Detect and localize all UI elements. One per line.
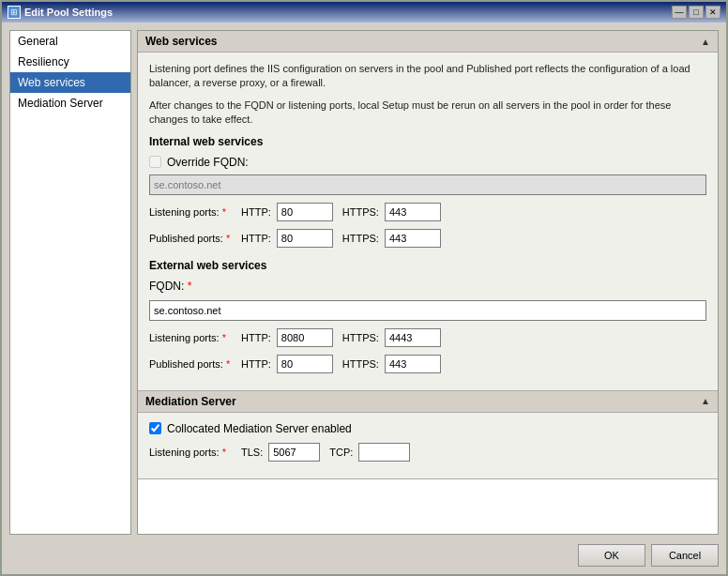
external-listen-http-label: HTTP: [241, 332, 271, 343]
internal-publish-http-input[interactable] [277, 229, 333, 248]
internal-published-label: Published ports: * [149, 233, 234, 244]
mediation-tcp-input[interactable] [358, 443, 410, 462]
external-publish-https-input[interactable] [385, 355, 441, 373]
internal-listening-ports-row: Listening ports: * HTTP: HTTPS: [149, 203, 706, 221]
mediation-server-title: Mediation Server [145, 395, 236, 408]
internal-listen-http-input[interactable] [277, 203, 333, 221]
main-window: ⊞ Edit Pool Settings — □ ✕ General Resil… [0, 0, 728, 576]
title-bar-controls: — □ ✕ [672, 6, 720, 19]
collocated-checkbox[interactable] [149, 422, 161, 434]
title-bar-left: ⊞ Edit Pool Settings [8, 6, 113, 19]
internal-published-ports-row: Published ports: * HTTP: HTTPS: [149, 229, 706, 248]
web-services-desc2: After changes to the FQDN or listening p… [149, 99, 706, 128]
external-fqdn-input[interactable] [149, 300, 706, 321]
internal-fqdn-input[interactable] [149, 174, 706, 195]
cancel-button[interactable]: Cancel [651, 544, 719, 567]
internal-fqdn-wrapper [149, 174, 706, 195]
footer-bar: OK Cancel [9, 540, 719, 567]
internal-listening-label: Listening ports: * [149, 206, 234, 218]
internal-web-services-title: Internal web services [149, 135, 706, 148]
sidebar-item-general[interactable]: General [10, 31, 130, 52]
mediation-tcp-label: TCP: [329, 447, 353, 458]
ok-button[interactable]: OK [578, 544, 645, 567]
sidebar: General Resiliency Web services Mediatio… [9, 30, 131, 535]
external-listening-ports-row: Listening ports: * HTTP: HTTPS: [149, 328, 706, 347]
external-published-label: Published ports: * [149, 358, 234, 370]
collocated-checkbox-row: Collocated Mediation Server enabled [149, 422, 706, 435]
content-panel: Web services ▲ Listening port defines th… [137, 30, 719, 535]
mediation-server-body: Collocated Mediation Server enabled List… [138, 413, 718, 478]
internal-listen-https-input[interactable] [385, 203, 441, 221]
window-title: Edit Pool Settings [24, 7, 113, 18]
web-services-desc1: Listening port defines the IIS configura… [149, 62, 706, 91]
web-services-collapse-icon[interactable]: ▲ [701, 37, 710, 47]
override-fqdn-checkbox[interactable] [149, 156, 161, 168]
external-fqdn-label: FQDN: * [149, 280, 191, 293]
external-listen-http-input[interactable] [277, 328, 333, 347]
minimize-button[interactable]: — [672, 6, 687, 19]
sidebar-item-mediation-server[interactable]: Mediation Server [10, 93, 130, 114]
web-services-title: Web services [145, 35, 218, 48]
external-web-services-title: External web services [149, 259, 706, 272]
close-button[interactable]: ✕ [705, 6, 720, 19]
external-published-ports-group: HTTP: HTTPS: [237, 355, 441, 373]
internal-publish-https-input[interactable] [385, 229, 441, 248]
mediation-server-section: Mediation Server ▲ Collocated Mediation … [138, 391, 718, 479]
mediation-listening-label: Listening ports: * [149, 447, 234, 458]
external-published-ports-row: Published ports: * HTTP: HTTPS: [149, 355, 706, 373]
internal-publish-https-label: HTTPS: [342, 233, 379, 244]
window-body: General Resiliency Web services Mediatio… [2, 23, 726, 574]
internal-publish-http-label: HTTP: [241, 233, 271, 244]
mediation-server-header: Mediation Server ▲ [138, 391, 718, 413]
external-listen-https-input[interactable] [385, 328, 441, 347]
title-bar: ⊞ Edit Pool Settings — □ ✕ [2, 2, 726, 23]
mediation-listening-ports-group: TLS: TCP: [237, 443, 410, 462]
external-publish-http-input[interactable] [277, 355, 333, 373]
override-fqdn-label: Override FQDN: [167, 156, 249, 169]
web-services-body: Listening port defines the IIS configura… [138, 53, 718, 390]
maximize-button[interactable]: □ [689, 6, 704, 19]
mediation-tls-input[interactable] [268, 443, 320, 462]
override-fqdn-row: Override FQDN: [149, 156, 706, 169]
external-publish-https-label: HTTPS: [342, 358, 379, 370]
internal-listen-https-label: HTTPS: [342, 206, 379, 218]
external-fqdn-wrapper [149, 300, 706, 321]
sidebar-item-web-services[interactable]: Web services [10, 72, 130, 93]
internal-listening-ports-group: HTTP: HTTPS: [237, 203, 441, 221]
mediation-listening-ports-row: Listening ports: * TLS: TCP: [149, 443, 706, 462]
external-fqdn-row: FQDN: * [149, 280, 706, 293]
sidebar-item-resiliency[interactable]: Resiliency [10, 52, 130, 72]
external-listening-ports-group: HTTP: HTTPS: [237, 328, 441, 347]
window-icon: ⊞ [8, 6, 21, 19]
external-listen-https-label: HTTPS: [342, 332, 379, 343]
external-publish-http-label: HTTP: [241, 358, 271, 370]
mediation-tls-label: TLS: [241, 447, 263, 458]
internal-listen-http-label: HTTP: [241, 206, 271, 218]
collocated-label: Collocated Mediation Server enabled [167, 422, 352, 435]
web-services-header: Web services ▲ [138, 31, 718, 53]
internal-published-ports-group: HTTP: HTTPS: [237, 229, 441, 248]
mediation-server-collapse-icon[interactable]: ▲ [701, 396, 710, 406]
web-services-section: Web services ▲ Listening port defines th… [138, 31, 718, 391]
external-listening-label: Listening ports: * [149, 332, 234, 343]
main-content: General Resiliency Web services Mediatio… [9, 30, 719, 535]
